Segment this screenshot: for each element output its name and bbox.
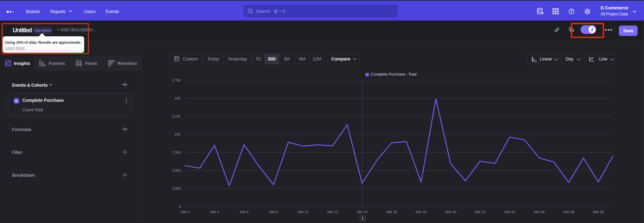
svg-text:10K: 10K (174, 132, 181, 137)
svg-text:Mar 24: Mar 24 (504, 210, 515, 214)
svg-text:Mar 30: Mar 30 (593, 210, 604, 214)
svg-text:17.5K: 17.5K (172, 78, 181, 82)
svg-text:Mar 12: Mar 12 (327, 210, 338, 214)
svg-text:Mar 16: Mar 16 (386, 210, 397, 214)
svg-text:2,500: 2,500 (172, 186, 181, 191)
svg-text:Mar 20: Mar 20 (445, 210, 456, 214)
svg-text:Mar 28: Mar 28 (563, 210, 574, 214)
svg-text:Mar 4: Mar 4 (210, 210, 219, 214)
svg-text:7,500: 7,500 (172, 150, 181, 155)
svg-text:Mar 26: Mar 26 (534, 210, 544, 214)
svg-text:0: 0 (179, 204, 181, 209)
svg-text:Mar 2: Mar 2 (180, 210, 190, 214)
svg-text:5,000: 5,000 (172, 168, 181, 173)
svg-text:Mar 22: Mar 22 (475, 210, 486, 214)
svg-text:Mar 14: Mar 14 (357, 210, 368, 214)
svg-text:Mar 10: Mar 10 (298, 210, 308, 214)
svg-text:Mar 6: Mar 6 (240, 210, 248, 214)
svg-text:15K: 15K (174, 96, 181, 100)
svg-text:Mar 18: Mar 18 (416, 210, 426, 214)
svg-text:Mar 8: Mar 8 (269, 210, 278, 214)
svg-text:12.5K: 12.5K (172, 114, 181, 119)
